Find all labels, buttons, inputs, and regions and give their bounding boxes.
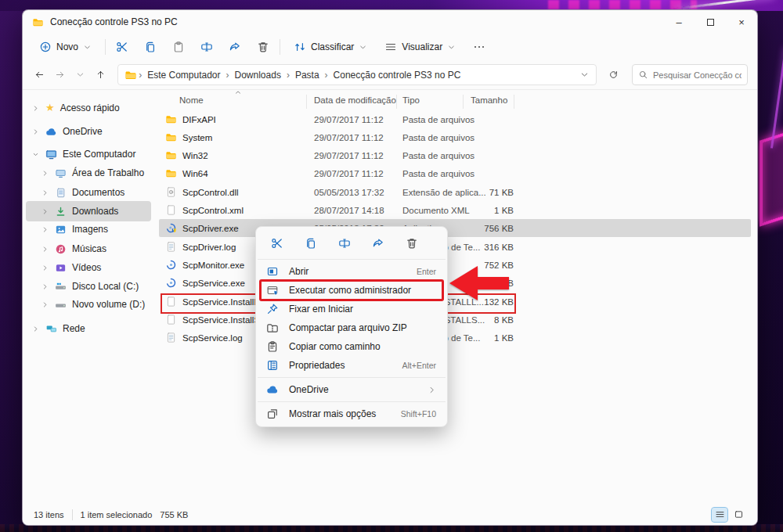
share-button[interactable]: [226, 38, 244, 56]
chevron-right-icon[interactable]: [41, 226, 49, 233]
rename-button[interactable]: [198, 38, 215, 56]
menu-item-copiar-como-caminho[interactable]: Copiar como caminho: [256, 337, 447, 356]
context-share-button[interactable]: [366, 233, 390, 253]
address-dropdown-chevron-icon[interactable]: [579, 70, 590, 80]
column-header-date[interactable]: Data de modificação: [314, 95, 396, 105]
file-row-win32[interactable]: Win3229/07/2017 11:12Pasta de arquivos: [159, 146, 751, 164]
sort-button[interactable]: Classificar: [288, 37, 373, 57]
context-cut-button[interactable]: [265, 233, 289, 253]
context-copy-button[interactable]: [299, 233, 323, 253]
menu-item-shortcut: Enter: [417, 267, 436, 276]
back-button[interactable]: [29, 65, 49, 85]
large-icons-view-button[interactable]: [731, 508, 746, 522]
menu-item-executar-como-administrador[interactable]: Executar como administrador: [256, 281, 447, 300]
sidebar-item--rea-de-trabalho[interactable]: Área de Trabalho: [26, 163, 151, 183]
up-button[interactable]: [91, 65, 111, 85]
chevron-right-icon[interactable]: [41, 246, 49, 253]
show-more-icon: [266, 408, 279, 420]
file-row-scpservice-log[interactable]: ScpService.logDocumento de Te...1 KB: [159, 329, 751, 347]
sidebar-item-documentos[interactable]: Documentos: [26, 182, 151, 203]
menu-item-mostrar-mais-op-es[interactable]: Mostrar mais opçõesShift+F10: [256, 404, 447, 423]
column-divider[interactable]: [396, 95, 397, 109]
chevron-right-icon[interactable]: [41, 264, 49, 271]
sidebar-item-novo-volume-d-[interactable]: Novo volume (D:): [26, 294, 151, 315]
chevron-right-icon[interactable]: [32, 325, 40, 332]
file-row-scpdriver-exe[interactable]: ScpDriver.exe05/05/2013 17:32Aplicativo7…: [159, 219, 751, 237]
sidebar-item-acesso-r-pido[interactable]: ★Acesso rápido: [26, 98, 151, 118]
column-header-type[interactable]: Tipo: [402, 95, 420, 105]
sidebar-item-m-sicas[interactable]: Músicas: [26, 239, 151, 259]
sidebar-item-imagens[interactable]: Imagens: [26, 219, 151, 239]
chevron-right-icon[interactable]: [41, 208, 49, 215]
file-row-difxapi[interactable]: DIFxAPI29/07/2017 11:12Pasta de arquivos: [159, 110, 751, 128]
refresh-button[interactable]: [603, 65, 624, 85]
delete-button[interactable]: [254, 38, 272, 56]
log-file-icon: [165, 241, 177, 253]
menu-item-label: Copiar como caminho: [289, 341, 436, 352]
chevron-down-icon: [359, 43, 367, 52]
forward-button[interactable]: [49, 65, 70, 85]
file-row-scpservice-installstate[interactable]: ScpService.InstallStateArquivo INSTALLS.…: [159, 311, 751, 329]
file-size: [456, 128, 514, 146]
cut-button[interactable]: [114, 38, 131, 56]
file-row-system[interactable]: System29/07/2017 11:12Pasta de arquivos: [159, 128, 751, 146]
red-arrow-annotation: [449, 266, 509, 300]
menu-item-compactar-para-arquivo-zip[interactable]: Compactar para arquivo ZIP: [256, 318, 447, 337]
file-row-win64[interactable]: Win6429/07/2017 11:12Pasta de arquivos: [159, 164, 751, 182]
breadcrumb-segment[interactable]: Conecção controle PS3 no PC: [330, 70, 465, 81]
maximize-button[interactable]: [695, 10, 726, 34]
open-icon: [266, 265, 279, 278]
sidebar-item-onedrive[interactable]: OneDrive: [26, 121, 151, 142]
menu-item-abrir[interactable]: AbrirEnter: [256, 262, 447, 281]
copy-button[interactable]: [142, 38, 159, 56]
chevron-right-icon[interactable]: [32, 105, 40, 112]
column-header-name[interactable]: Nome: [179, 95, 204, 105]
details-view-button[interactable]: [712, 508, 727, 522]
breadcrumb-segment[interactable]: Downloads: [231, 70, 285, 81]
menu-item-fixar-em-iniciar[interactable]: Fixar em Iniciar: [256, 300, 447, 318]
file-row-scpdriver-log[interactable]: ScpDriver.logDocumento de Te...316 KB: [159, 238, 751, 256]
close-button[interactable]: ×: [726, 10, 757, 34]
context-delete-button[interactable]: [400, 233, 424, 253]
context-rename-button[interactable]: [333, 233, 356, 253]
breadcrumb-chevron-icon: ›: [225, 70, 231, 81]
paste-button[interactable]: [170, 38, 187, 56]
title-bar[interactable]: Conecção controle PS3 no PC – ×: [23, 10, 757, 34]
column-divider[interactable]: [514, 95, 514, 109]
sidebar-item-este-computador[interactable]: Este Computador: [26, 144, 151, 164]
breadcrumb-segment[interactable]: Este Computador: [143, 70, 224, 81]
new-button[interactable]: Novo: [34, 37, 97, 57]
minimize-button[interactable]: –: [663, 10, 695, 34]
menu-item-label: Abrir: [289, 266, 406, 277]
star-icon: ★: [45, 102, 55, 113]
sidebar-item-rede[interactable]: Rede: [26, 318, 151, 339]
column-divider[interactable]: [306, 95, 307, 109]
breadcrumb-segment[interactable]: Pasta: [291, 70, 323, 81]
sort-button-label: Classificar: [311, 41, 354, 52]
chevron-right-icon[interactable]: [32, 128, 40, 135]
menu-item-onedrive[interactable]: OneDrive: [256, 380, 447, 399]
column-divider[interactable]: [463, 95, 464, 109]
chevron-down-icon[interactable]: [32, 151, 40, 158]
file-row-scpcontrol-dll[interactable]: ScpControl.dll05/05/2013 17:32Extensão d…: [159, 183, 751, 201]
folder-icon: [165, 113, 177, 125]
recent-locations-button[interactable]: [70, 65, 91, 85]
computer-icon: [45, 149, 57, 160]
file-date: 29/07/2017 11:12: [314, 146, 384, 164]
column-header-size[interactable]: Tamanho: [471, 95, 507, 105]
menu-item-propriedades[interactable]: PropriedadesAlt+Enter: [256, 356, 447, 375]
chevron-right-icon[interactable]: [41, 170, 49, 177]
search-input[interactable]: [653, 70, 742, 80]
view-button[interactable]: Visualizar: [379, 37, 461, 57]
search-box[interactable]: [632, 64, 748, 85]
file-size: 1 KB: [456, 201, 514, 219]
file-size: 756 KB: [456, 219, 514, 237]
network-icon: [45, 323, 57, 335]
chevron-right-icon[interactable]: [41, 189, 49, 196]
breadcrumb[interactable]: ›Este Computador›Downloads›Pasta›Conecçã…: [117, 64, 597, 85]
chevron-right-icon[interactable]: [41, 301, 49, 308]
more-options-button[interactable]: [471, 38, 488, 56]
sidebar-item-v-deos[interactable]: Vídeos: [26, 257, 151, 278]
file-row-scpcontrol-xml[interactable]: ScpControl.xml28/07/2017 14:18Documento …: [159, 201, 751, 219]
chevron-right-icon[interactable]: [41, 283, 49, 290]
